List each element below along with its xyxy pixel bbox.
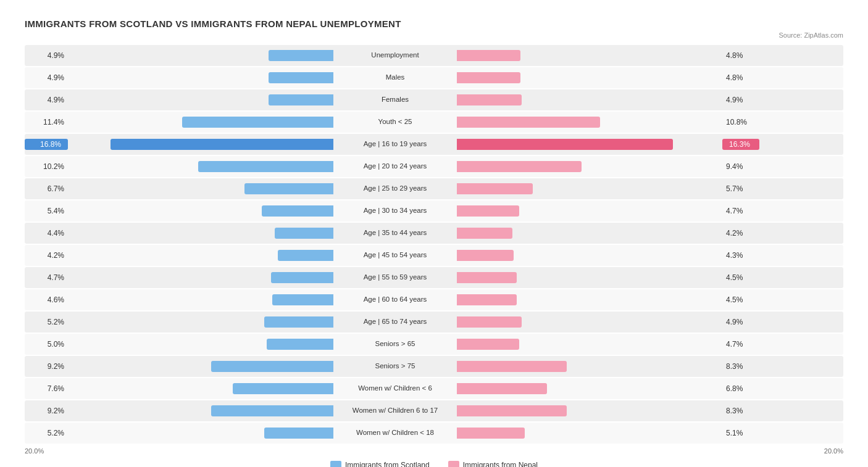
right-value: 16.3%	[722, 139, 759, 150]
left-bar	[269, 94, 333, 105]
chart-row: 5.4% Age | 30 to 34 years 4.7%	[25, 200, 843, 221]
chart-title: IMMIGRANTS FROM SCOTLAND VS IMMIGRANTS F…	[25, 19, 843, 29]
right-bar	[457, 228, 512, 239]
left-value: 7.6%	[25, 384, 68, 393]
left-bar	[269, 72, 333, 83]
right-bar-wrap	[457, 294, 722, 305]
right-bar	[457, 383, 547, 394]
left-value: 4.7%	[25, 273, 68, 282]
left-bar	[111, 139, 333, 150]
left-bar-wrap	[68, 294, 333, 305]
right-value: 4.5%	[722, 295, 759, 304]
left-value: 6.7%	[25, 184, 68, 193]
right-value: 10.8%	[722, 118, 759, 126]
row-label: Age | 25 to 29 years	[333, 184, 457, 193]
right-bar	[457, 139, 673, 150]
source-text: Source: ZipAtlas.com	[25, 31, 843, 39]
right-value: 5.1%	[722, 429, 759, 437]
right-bar-wrap	[457, 139, 722, 150]
left-bar-wrap	[68, 205, 333, 217]
right-value: 8.3%	[722, 407, 759, 415]
right-bar-wrap	[457, 205, 722, 217]
right-bar-wrap	[457, 183, 722, 194]
legend-scotland-color	[330, 461, 341, 467]
left-bar-wrap	[68, 339, 333, 350]
left-bar	[271, 272, 333, 283]
right-bar	[457, 117, 600, 128]
row-label: Age | 65 to 74 years	[333, 318, 457, 326]
chart-row: 10.2% Age | 20 to 24 years 9.4%	[25, 156, 843, 177]
left-bar	[198, 161, 333, 172]
left-bar-wrap	[68, 428, 333, 439]
left-bar-wrap	[68, 50, 333, 61]
right-value: 4.9%	[722, 96, 759, 104]
right-bar	[457, 339, 519, 350]
chart-area: 4.9% Unemployment 4.8% 4.9%	[25, 45, 843, 444]
left-value: 4.6%	[25, 295, 68, 304]
chart-row: 5.2% Women w/ Children < 18 5.1%	[25, 423, 843, 444]
left-bar	[269, 50, 333, 61]
chart-row: 9.2% Seniors > 75 8.3%	[25, 356, 843, 377]
right-bar-wrap	[457, 316, 722, 328]
right-bar	[457, 428, 525, 439]
left-value: 5.2%	[25, 429, 68, 437]
left-bar	[211, 361, 333, 372]
left-bar-wrap	[68, 361, 333, 372]
right-bar	[457, 161, 582, 172]
right-bar-wrap	[457, 228, 722, 239]
left-value: 9.2%	[25, 407, 68, 415]
row-label: Seniors > 65	[333, 340, 457, 349]
chart-row: 4.6% Age | 60 to 64 years 4.5%	[25, 289, 843, 310]
chart-row: 11.4% Youth < 25 10.8%	[25, 112, 843, 133]
left-value: 4.9%	[25, 96, 68, 104]
row-label: Age | 60 to 64 years	[333, 295, 457, 304]
chart-row: 4.2% Age | 45 to 54 years 4.3%	[25, 245, 843, 266]
left-value: 5.2%	[25, 318, 68, 326]
right-bar	[457, 250, 514, 261]
right-bar-wrap	[457, 405, 722, 416]
left-bar-wrap	[68, 383, 333, 394]
left-bar-wrap	[68, 72, 333, 83]
right-bar	[457, 361, 567, 372]
right-value: 4.9%	[722, 318, 759, 326]
right-value: 9.4%	[722, 162, 759, 171]
legend-nepal-color	[448, 461, 459, 467]
right-bar	[457, 183, 533, 194]
left-bar	[272, 294, 333, 305]
row-label: Seniors > 75	[333, 362, 457, 371]
right-value: 4.7%	[722, 207, 759, 215]
left-bar-wrap	[68, 228, 333, 239]
right-value: 4.7%	[722, 340, 759, 349]
left-value: 4.2%	[25, 251, 68, 260]
right-value: 8.3%	[722, 362, 759, 371]
left-bar-wrap	[68, 94, 333, 105]
row-label: Women w/ Children < 6	[333, 384, 457, 393]
row-label: Women w/ Children 6 to 17	[333, 407, 457, 415]
right-value: 4.2%	[722, 229, 759, 238]
left-bar	[233, 383, 333, 394]
row-label: Age | 16 to 19 years	[333, 140, 457, 149]
right-bar	[457, 405, 567, 416]
right-bar	[457, 205, 519, 217]
row-label: Age | 55 to 59 years	[333, 273, 457, 282]
right-value: 4.8%	[722, 73, 759, 82]
left-bar	[267, 339, 333, 350]
chart-row: 4.4% Age | 35 to 44 years 4.2%	[25, 223, 843, 244]
chart-row: 16.8% Age | 16 to 19 years 16.3%	[25, 134, 843, 155]
chart-row: 5.2% Age | 65 to 74 years 4.9%	[25, 312, 843, 333]
left-value: 5.0%	[25, 340, 68, 349]
row-label: Women w/ Children < 18	[333, 429, 457, 437]
left-bar-wrap	[68, 272, 333, 283]
left-bar	[275, 228, 333, 239]
left-value: 11.4%	[25, 118, 68, 126]
row-label: Age | 45 to 54 years	[333, 251, 457, 260]
right-bar	[457, 272, 517, 283]
legend-nepal: Immigrants from Nepal	[448, 461, 538, 467]
left-bar-wrap	[68, 183, 333, 194]
right-value: 5.7%	[722, 184, 759, 193]
left-bar	[278, 250, 333, 261]
left-bar	[264, 428, 333, 439]
left-value: 9.2%	[25, 362, 68, 371]
right-bar	[457, 94, 522, 105]
row-label: Females	[333, 96, 457, 104]
